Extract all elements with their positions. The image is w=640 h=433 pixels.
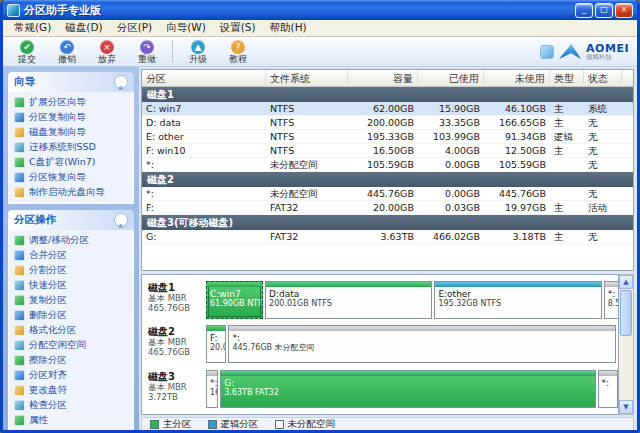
table-row[interactable]: F: win10NTFS16.50GB4.00GB12.50GB主无: [142, 144, 633, 158]
sidebar-item-operations-9[interactable]: 分区对齐: [11, 368, 131, 383]
operation-icon: [14, 250, 25, 261]
table-row[interactable]: F:FAT3220.00GB0.03GB19.97GB主活动: [142, 201, 633, 215]
cell-fs: 未分配空间: [266, 158, 348, 171]
cell-used: 33.35GB: [418, 116, 484, 129]
menu-item-2[interactable]: 分区(P): [110, 20, 160, 36]
aomei-logo-icon: [559, 44, 581, 59]
toolbar-button-2[interactable]: ×放弃: [87, 38, 127, 66]
sidebar-item-operations-7[interactable]: 分配空闲空间: [11, 338, 131, 353]
column-header-6[interactable]: 状态: [584, 70, 622, 86]
collapse-chevron-icon[interactable]: [114, 213, 128, 227]
partition-block[interactable]: *:8.53GB: [604, 281, 619, 319]
scroll-up-icon[interactable]: [619, 275, 633, 289]
column-header-4[interactable]: 未使用: [484, 70, 550, 86]
menu-item-3[interactable]: 向导(W): [159, 20, 213, 36]
disk-info[interactable]: 磁盘1基本 MBR465.76GB: [146, 279, 206, 321]
toolbar-button-5[interactable]: ?教程: [218, 38, 258, 66]
wizards-panel-header[interactable]: 向导: [8, 72, 134, 92]
disk-row: 磁盘3基本 MBR3.72TB*:16.00MBG:3.63TB FAT32*:: [146, 368, 614, 410]
brand-tagline: 傲梅科技: [586, 54, 629, 61]
cell-used: 466.02GB: [418, 230, 484, 243]
sidebar-item-wizards-0[interactable]: 扩展分区向导: [11, 95, 131, 110]
cell-unused: 3.18TB: [484, 230, 550, 243]
menu-bar: 常规(G)磁盘(D)分区(P)向导(W)设置(S)帮助(H): [3, 20, 637, 37]
table-row[interactable]: *:未分配空间445.76GB0.00GB445.76GB无: [142, 187, 633, 201]
sidebar-item-operations-5[interactable]: 删除分区: [11, 308, 131, 323]
sidebar-item-operations-11[interactable]: 检查分区: [11, 398, 131, 413]
sidebar-item-wizards-2[interactable]: 磁盘复制向导: [11, 125, 131, 140]
toolbar: ✔提交↶撤销×放弃↷重做▲升级?教程 AOMEI 傲梅科技: [3, 37, 637, 67]
column-header-3[interactable]: 已使用: [418, 70, 484, 86]
cell-type: 主: [550, 201, 584, 214]
cell-capacity: 200.00GB: [348, 116, 418, 129]
maximize-button[interactable]: □: [595, 3, 613, 18]
disk-info[interactable]: 磁盘3基本 MBR3.72TB: [146, 368, 206, 410]
partition-block[interactable]: *:445.76GB 未分配空间: [228, 325, 616, 363]
partition-block[interactable]: *:: [598, 370, 618, 408]
menu-item-0[interactable]: 常规(G): [7, 20, 58, 36]
disk-group-row[interactable]: 磁盘1: [142, 87, 633, 102]
disk-group-row[interactable]: 磁盘3(可移动磁盘): [142, 215, 633, 230]
disk-group-row[interactable]: 磁盘2: [142, 172, 633, 187]
column-header-2[interactable]: 容量: [348, 70, 418, 86]
partition-block[interactable]: *:16.00MB: [206, 370, 218, 408]
disk-info[interactable]: 磁盘2基本 MBR465.76GB: [146, 323, 206, 365]
cell-type: 主: [550, 116, 584, 129]
cell-partition: E: other: [142, 130, 266, 143]
toolbar-button-0[interactable]: ✔提交: [7, 38, 47, 66]
close-button[interactable]: ×: [615, 3, 633, 18]
operation-icon: [14, 280, 25, 291]
cell-used: 0.00GB: [418, 187, 484, 200]
table-row[interactable]: E: otherNTFS195.33GB103.99GB91.34GB逻辑无: [142, 130, 633, 144]
sidebar-item-operations-4[interactable]: 复制分区: [11, 293, 131, 308]
table-row[interactable]: G:FAT323.63TB466.02GB3.18TB主无: [142, 230, 633, 244]
sidebar-item-wizards-3[interactable]: 迁移系统到SSD: [11, 140, 131, 155]
wizard-icon: [14, 172, 25, 183]
sidebar-item-wizards-5[interactable]: 分区恢复向导: [11, 170, 131, 185]
cell-used: 0.00GB: [418, 158, 484, 171]
partition-block[interactable]: E:other195.32GB NTFS: [434, 281, 601, 319]
sidebar-item-wizards-4[interactable]: C盘扩容(Win7): [11, 155, 131, 170]
menu-item-1[interactable]: 磁盘(D): [58, 20, 109, 36]
cell-fs: NTFS: [266, 116, 348, 129]
column-header-0[interactable]: 分区: [142, 70, 266, 86]
minimize-button[interactable]: _: [575, 3, 593, 18]
table-row[interactable]: D: dataNTFS200.00GB33.35GB166.65GB主无: [142, 116, 633, 130]
sidebar-item-wizards-1[interactable]: 分区复制向导: [11, 110, 131, 125]
vertical-scrollbar[interactable]: [619, 274, 634, 415]
cell-capacity: 445.76GB: [348, 187, 418, 200]
menu-item-4[interactable]: 设置(S): [213, 20, 263, 36]
sidebar-item-operations-1[interactable]: 合并分区: [11, 248, 131, 263]
partition-block[interactable]: F:20.00GB FAT32: [206, 325, 226, 363]
scroll-down-icon[interactable]: [619, 400, 633, 414]
scrollbar-thumb[interactable]: [620, 290, 632, 336]
partition-block[interactable]: C:win761.90GB NTFS: [206, 281, 263, 319]
collapse-chevron-icon[interactable]: [114, 75, 128, 89]
cell-fs: NTFS: [266, 130, 348, 143]
sidebar-item-operations-3[interactable]: 快速分区: [11, 278, 131, 293]
discard-icon: ×: [100, 40, 114, 54]
sidebar-item-operations-12[interactable]: 属性: [11, 413, 131, 428]
table-row[interactable]: C: win7NTFS62.00GB15.90GB46.10GB主系统: [142, 102, 633, 116]
operations-panel-header[interactable]: 分区操作: [8, 210, 134, 230]
partition-block[interactable]: D:data200.01GB NTFS: [265, 281, 432, 319]
title-bar: 分区助手专业版 _ □ ×: [3, 0, 637, 20]
cell-type: 主: [550, 102, 584, 115]
column-header-1[interactable]: 文件系统: [266, 70, 348, 86]
brand-texts: AOMEI 傲梅科技: [586, 43, 629, 61]
sidebar-item-operations-6[interactable]: 格式化分区: [11, 323, 131, 338]
sidebar-item-operations-8[interactable]: 擦除分区: [11, 353, 131, 368]
sidebar-item-operations-10[interactable]: 更改盘符: [11, 383, 131, 398]
toolbar-button-3[interactable]: ↷重做: [127, 38, 167, 66]
cell-status: 无: [584, 230, 622, 243]
sidebar-item-wizards-6[interactable]: 制作启动光盘向导: [11, 185, 131, 200]
sidebar: 向导 扩展分区向导分区复制向导磁盘复制向导迁移系统到SSDC盘扩容(Win7)分…: [3, 67, 139, 430]
column-header-5[interactable]: 类型: [550, 70, 584, 86]
sidebar-item-operations-0[interactable]: 调整/移动分区: [11, 233, 131, 248]
partition-block[interactable]: G:3.63TB FAT32: [220, 370, 595, 408]
toolbar-button-4[interactable]: ▲升级: [178, 38, 218, 66]
menu-item-5[interactable]: 帮助(H): [263, 20, 314, 36]
table-row[interactable]: *:未分配空间105.59GB0.00GB105.59GB无: [142, 158, 633, 172]
toolbar-button-1[interactable]: ↶撤销: [47, 38, 87, 66]
sidebar-item-operations-2[interactable]: 分割分区: [11, 263, 131, 278]
